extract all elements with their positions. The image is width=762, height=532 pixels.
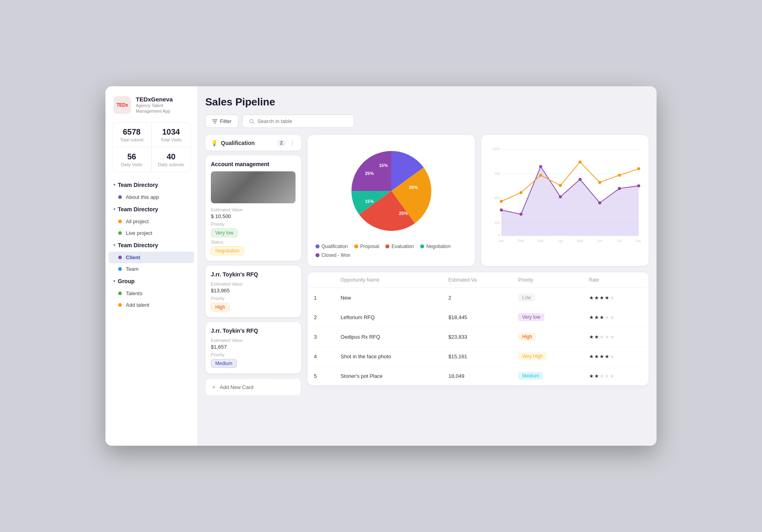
- row-stars-4: ★★★★★: [583, 347, 649, 366]
- svg-text:25%: 25%: [399, 211, 407, 216]
- card-image-1: [211, 171, 296, 203]
- row-priority-4: Very High: [512, 347, 582, 366]
- nav-section-title-1: Team Directory: [118, 182, 158, 188]
- sidebar-item-all-project[interactable]: All project: [109, 216, 194, 227]
- nav-dot-all-project: [118, 220, 122, 223]
- nav-section-group[interactable]: ▾ Group: [109, 275, 194, 288]
- th-priority: Priority: [512, 272, 582, 288]
- app-window: TEDx TEDxGeneva Agency TalentManagement …: [105, 86, 657, 446]
- nav-dot-team: [118, 267, 122, 271]
- row-priority-3: High: [512, 327, 582, 347]
- line-chart-container: 1000 750 500 250 0: [489, 143, 641, 248]
- svg-text:250: 250: [494, 221, 500, 225]
- table-row: 2 Leftorium RFQ $18,445 Very low ★★★★★: [308, 308, 649, 327]
- legend-label-negotiation: Negotiation: [426, 244, 450, 249]
- sidebar-item-team[interactable]: Team: [109, 263, 194, 275]
- legend-dot-proposal: [354, 244, 358, 248]
- card-field-label-priority-1: Priority: [211, 222, 296, 226]
- svg-point-24: [559, 195, 562, 199]
- stat-value-total-visits: 1034: [156, 127, 187, 137]
- svg-point-34: [598, 181, 601, 184]
- sidebar-item-live-project[interactable]: Live project: [109, 227, 194, 239]
- legend-dot-negotiation: [420, 244, 424, 248]
- row-name-2: Leftorium RFQ: [334, 308, 442, 327]
- card-field-value-est-val-3: $1,657: [211, 344, 296, 350]
- sidebar-item-client[interactable]: Client: [109, 252, 194, 263]
- chevron-down-icon-2: ▾: [113, 207, 115, 211]
- page-title: Sales Pipeline: [205, 96, 649, 108]
- card-field-label-est-val-2: Estimated Value: [211, 282, 296, 286]
- nav-section-team-directory-3[interactable]: ▾ Team Directory: [109, 239, 194, 252]
- content-grid: 💡 Qualification 2 ⋮ Account management E…: [205, 135, 649, 396]
- column-menu-button[interactable]: ⋮: [289, 139, 296, 147]
- stat-value-daily-submits: 40: [156, 152, 187, 161]
- nav-dot-talents: [118, 292, 122, 295]
- legend-item-qualification: Qualification: [316, 244, 348, 249]
- chevron-down-icon: ▾: [113, 183, 115, 187]
- svg-text:Mar: Mar: [538, 239, 544, 243]
- legend-label-closed-won: Closed - Won: [321, 252, 350, 258]
- search-input[interactable]: [258, 118, 347, 124]
- row-num-2: 2: [308, 308, 334, 327]
- sidebar-item-talents[interactable]: Talents: [109, 288, 194, 299]
- card-field-label-status-1: Status: [211, 240, 296, 244]
- row-num-5: 5: [308, 366, 334, 386]
- svg-text:500: 500: [494, 196, 500, 200]
- svg-text:May: May: [577, 239, 583, 243]
- svg-text:15%: 15%: [379, 163, 387, 168]
- sidebar: TEDx TEDxGeneva Agency TalentManagement …: [105, 86, 197, 446]
- svg-marker-20: [501, 167, 639, 236]
- card-priority-badge-3: Medium: [211, 359, 237, 368]
- nav-dot-client: [118, 256, 122, 259]
- sidebar-item-label-add-talent: Add talent: [126, 302, 149, 308]
- table-row: 1 New 2 Low ★★★★★: [308, 288, 649, 308]
- sidebar-nav: ▾ Team Directory About this app ▾ Team D…: [105, 179, 197, 436]
- card-field-label-priority-2: Priority: [211, 296, 296, 301]
- stat-label-daily-submits: Daily submits: [156, 162, 187, 167]
- card-field-label-est-val-3: Estimated Value: [211, 338, 296, 343]
- ted-logo: TEDx: [113, 96, 131, 114]
- svg-point-30: [520, 191, 523, 195]
- app-subtitle: Agency TalentManagement App: [136, 103, 173, 114]
- nav-section-team-directory-1[interactable]: ▾ Team Directory: [109, 179, 194, 191]
- filter-button[interactable]: Filter: [205, 115, 238, 128]
- svg-text:15%: 15%: [365, 199, 373, 204]
- svg-text:Jan: Jan: [498, 239, 504, 243]
- sidebar-item-label-talents: Talents: [126, 290, 142, 296]
- sidebar-item-about[interactable]: About this app: [109, 191, 194, 203]
- row-num-4: 4: [308, 347, 334, 366]
- sidebar-item-add-talent[interactable]: Add talent: [109, 299, 194, 311]
- nav-section-team-directory-2[interactable]: ▾ Team Directory: [109, 203, 194, 216]
- svg-point-35: [618, 174, 621, 177]
- legend-dot-evaluation: [385, 244, 389, 248]
- filter-icon: [212, 119, 218, 124]
- sidebar-item-label-team: Team: [126, 266, 139, 272]
- legend-label-proposal: Proposal: [360, 244, 379, 249]
- stat-total-submit: 6578 Total submit: [112, 123, 151, 147]
- pie-chart-svg-final: 15% 20% 25% 15% 25%: [343, 143, 439, 239]
- card-field-value-est-val-1: $ 10,500: [211, 213, 296, 219]
- stat-daily-visits: 56 Daily Visits: [112, 147, 151, 172]
- stat-total-visits: 1034 Total Visits: [152, 123, 191, 147]
- add-card-button[interactable]: ＋ Add New Card: [205, 378, 301, 396]
- sidebar-item-label-all-project: All project: [126, 218, 149, 224]
- sidebar-header: TEDx TEDxGeneva Agency TalentManagement …: [105, 96, 197, 122]
- kanban-card-3: J.rr. Toykin's RFQ Estimated Value $1,65…: [205, 322, 301, 373]
- stat-value-daily-visits: 56: [116, 152, 147, 161]
- svg-line-4: [253, 122, 254, 123]
- stat-label-total-submit: Total submit: [116, 137, 147, 142]
- data-table-card: Opportunity Name Estimated Va Priority R…: [308, 272, 649, 385]
- svg-point-29: [500, 200, 503, 203]
- legend-label-qualification: Qualification: [321, 244, 348, 249]
- row-name-1: New: [334, 288, 442, 308]
- card-priority-badge-2: High: [211, 303, 230, 312]
- row-name-5: Stoner's pot Place: [334, 366, 442, 386]
- table-row: 4 Shot in the face photo $15,161 Very Hi…: [308, 347, 649, 366]
- card-priority-badge-1: Very low: [211, 228, 238, 237]
- nav-dot-live-project: [118, 231, 122, 235]
- svg-point-26: [598, 201, 601, 204]
- svg-point-31: [539, 174, 542, 177]
- svg-point-28: [637, 184, 640, 187]
- sidebar-item-label-live-project: Live project: [126, 230, 152, 236]
- add-card-label: Add New Card: [220, 384, 254, 390]
